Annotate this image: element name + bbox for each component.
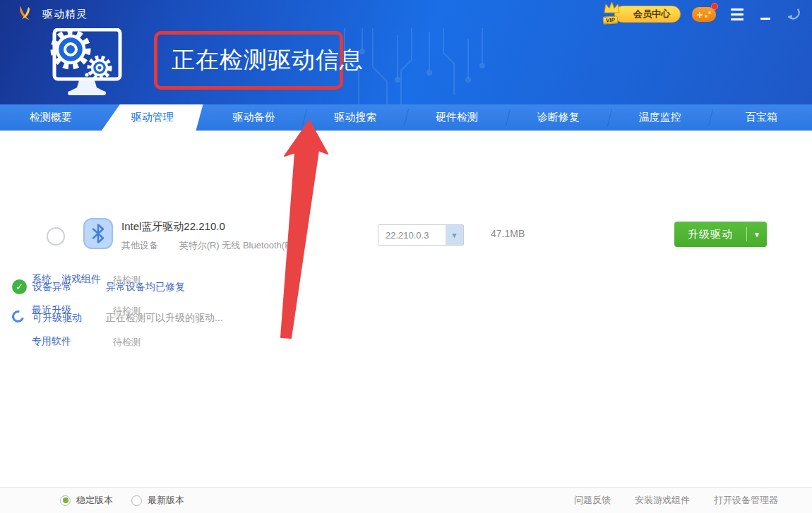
driver-row-intel-bluetooth: Intel蓝牙驱动22.210.0 其他设备 英特尔(R) 无线 Bluetoo… — [0, 217, 812, 260]
category-status: 待检测 — [113, 305, 141, 318]
radio-selected-icon — [60, 495, 71, 506]
tab-driver-search[interactable]: 驱动搜索 — [304, 104, 406, 131]
minimize-icon[interactable] — [757, 6, 774, 23]
detect-status-title: 正在检测驱动信息 — [157, 44, 364, 76]
tab-temperature-monitor[interactable]: 温度监控 — [609, 104, 711, 131]
app-logo: 驱动精灵 — [18, 5, 88, 23]
pending-row-system-game: 系统、游戏组件 待检测 — [0, 273, 812, 287]
open-device-manager-link[interactable]: 打开设备管理器 — [714, 494, 778, 507]
chevron-down-icon[interactable]: ▼ — [747, 231, 767, 239]
computer-gears-icon — [42, 28, 124, 99]
install-game-components-link[interactable]: 安装游戏组件 — [635, 494, 690, 507]
latest-version-radio[interactable]: 最新版本 — [131, 494, 184, 507]
category-label: 系统、游戏组件 — [32, 273, 101, 286]
notification-dot — [711, 3, 718, 10]
driver-name: Intel蓝牙驱动22.210.0 — [121, 220, 225, 234]
category-status: 待检测 — [113, 336, 141, 349]
app-window: 驱动精灵 会员中心 VIP — [0, 0, 812, 513]
app-title: 驱动精灵 — [42, 8, 88, 21]
header: 正在检测驱动信息 — [0, 28, 812, 104]
pending-row-dedicated-software: 专用软件 待检测 — [0, 335, 812, 349]
tab-hardware-check[interactable]: 硬件检测 — [406, 104, 508, 131]
version-value: 22.210.0.3 — [378, 225, 446, 245]
feedback-link[interactable]: 问题反馈 — [574, 494, 611, 507]
annotation-box: 正在检测驱动信息 — [154, 31, 343, 90]
radio-unselected-icon — [131, 495, 142, 506]
footer-bar: 稳定版本 最新版本 问题反馈 安装游戏组件 打开设备管理器 — [0, 487, 812, 513]
upgrade-button-label: 升级驱动 — [674, 228, 746, 241]
tab-driver-management[interactable]: 驱动管理 — [102, 104, 203, 131]
logo-swoosh-icon — [18, 5, 35, 23]
vip-tag-label: VIP — [603, 16, 619, 24]
driver-size: 47.1MB — [491, 228, 525, 239]
vip-member-label: 会员中心 — [633, 8, 670, 20]
tab-toolbox[interactable]: 百宝箱 — [710, 104, 812, 131]
game-center-icon[interactable] — [692, 5, 717, 23]
tab-overview[interactable]: 检测概要 — [0, 104, 102, 131]
bluetooth-icon — [83, 218, 113, 249]
driver-category: 其他设备 — [121, 240, 158, 251]
tabbar: 检测概要 驱动管理 驱动备份 驱动搜索 硬件检测 诊断修复 温度监控 百宝箱 — [0, 104, 812, 131]
pending-row-recent-upgrade: 最近升级 待检测 — [0, 304, 812, 318]
main-content: ✓ 设备异常 异常设备均已修复 可升级驱动 正在检测可以升级的驱动... Int… — [0, 131, 812, 487]
driver-select-radio[interactable] — [47, 227, 65, 246]
driver-subtitle: 其他设备 英特尔(R) 无线 Bluetooth(R) — [121, 239, 294, 252]
upgrade-driver-button[interactable]: 升级驱动 ▼ — [674, 222, 767, 247]
tab-diagnose-repair[interactable]: 诊断修复 — [508, 104, 609, 131]
titlebar: 驱动精灵 会员中心 VIP — [0, 0, 812, 28]
chevron-down-icon[interactable]: ▼ — [446, 225, 463, 245]
category-status: 待检测 — [113, 274, 141, 286]
driver-device: 英特尔(R) 无线 Bluetooth(R) — [179, 240, 294, 251]
menu-icon[interactable] — [729, 6, 746, 23]
version-dropdown[interactable]: 22.210.0.3 ▼ — [378, 224, 464, 246]
crown-icon — [602, 1, 621, 16]
tab-driver-backup[interactable]: 驱动备份 — [203, 104, 305, 131]
category-label: 专用软件 — [32, 335, 71, 348]
category-label: 最近升级 — [32, 304, 71, 317]
undo-back-icon[interactable] — [785, 6, 802, 23]
vip-member-button[interactable]: 会员中心 VIP — [602, 5, 681, 23]
stable-version-radio[interactable]: 稳定版本 — [60, 494, 113, 507]
top-banner: 驱动精灵 会员中心 VIP — [0, 0, 812, 104]
